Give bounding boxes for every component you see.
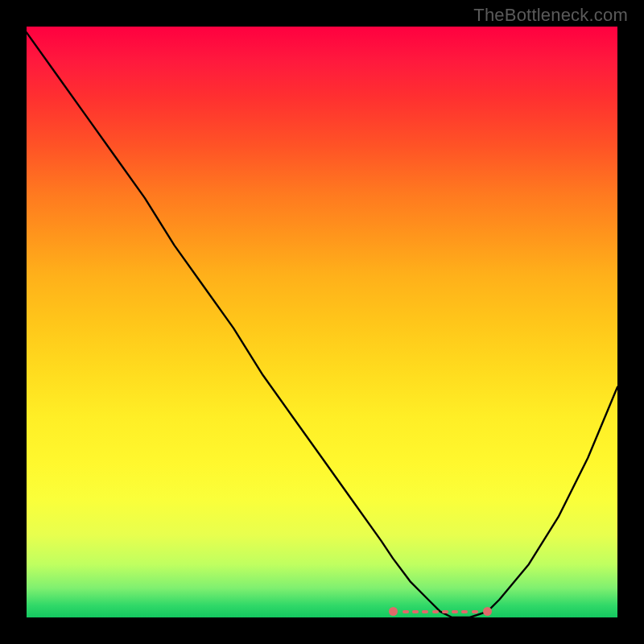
chart-frame: TheBottleneck.com — [0, 0, 644, 644]
range-dashes — [402, 610, 477, 613]
range-end-dot — [483, 607, 492, 616]
watermark-text: TheBottleneck.com — [473, 5, 628, 26]
range-start-dot — [389, 607, 398, 616]
bottleneck-curve — [27, 27, 617, 617]
optimal-range-marker — [393, 608, 487, 616]
plot-area — [27, 27, 617, 617]
